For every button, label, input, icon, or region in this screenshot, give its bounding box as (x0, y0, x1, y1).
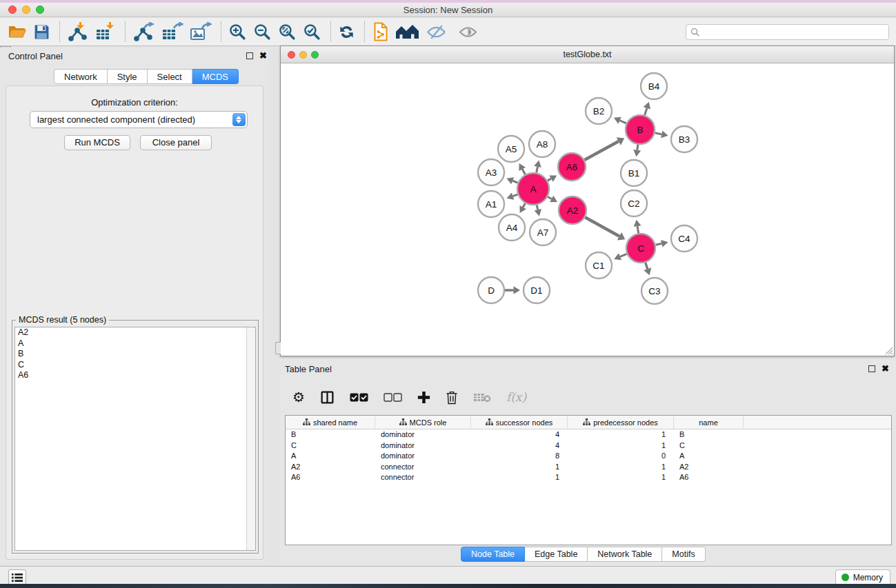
export-table-icon[interactable] (161, 20, 183, 43)
close-panel-button[interactable]: Close panel (140, 135, 212, 150)
network-edge-A-A3[interactable] (506, 177, 517, 184)
function-builder-icon[interactable]: f(x) (506, 390, 526, 404)
tab-edge-table[interactable]: Edge Table (525, 547, 588, 562)
mcds-result-item[interactable]: A2 (15, 327, 255, 338)
tab-network-table[interactable]: Network Table (588, 547, 662, 562)
network-node-C3[interactable]: C3 (641, 278, 668, 304)
show-columns-icon[interactable] (320, 390, 335, 405)
tab-style[interactable]: Style (108, 69, 148, 84)
network-edge-A-A7[interactable] (534, 205, 541, 216)
network-node-B3[interactable]: B3 (671, 126, 697, 152)
network-edge-A-A6[interactable] (548, 175, 557, 181)
network-node-A7[interactable]: A7 (530, 219, 556, 245)
table-row[interactable]: Cdominator41C (286, 440, 891, 452)
network-node-A1[interactable]: A1 (478, 191, 504, 217)
network-node-B4[interactable]: B4 (641, 73, 667, 99)
float-panel-icon[interactable] (868, 365, 875, 372)
tab-network[interactable]: Network (54, 69, 108, 84)
tab-select[interactable]: Select (148, 69, 192, 84)
column-header-successor-nodes[interactable]: successor nodes (471, 416, 568, 429)
network-node-A4[interactable]: A4 (499, 214, 525, 241)
column-header-MCDS-role[interactable]: MCDS role (375, 416, 471, 429)
run-mcds-button[interactable]: Run MCDS (64, 135, 130, 150)
network-edge-A-A8[interactable] (534, 161, 541, 173)
select-all-icon[interactable] (350, 393, 368, 402)
network-node-A[interactable]: A (517, 173, 549, 205)
import-table-icon[interactable] (94, 20, 116, 43)
table-row[interactable]: Adominator80A (286, 451, 891, 462)
tab-mcds[interactable]: MCDS (192, 69, 239, 84)
network-node-B1[interactable]: B1 (621, 160, 647, 186)
column-header-name[interactable]: name (674, 416, 744, 429)
mcds-result-item[interactable]: A (15, 338, 255, 349)
network-edge-B-B4[interactable] (644, 102, 650, 115)
network-edge-A-A2[interactable] (548, 196, 557, 203)
column-header-predecessor-nodes[interactable]: predecessor nodes (568, 416, 674, 429)
show-graphics-details-icon[interactable] (459, 20, 477, 43)
mcds-result-item[interactable]: B (15, 349, 255, 360)
network-edge-B-B2[interactable] (614, 117, 626, 124)
network-edge-C-C3[interactable] (644, 263, 651, 275)
home-icon[interactable] (395, 20, 419, 43)
network-edge-A-A5[interactable] (519, 163, 526, 174)
network-edge-B-B3[interactable] (655, 131, 668, 139)
tab-node-table[interactable]: Node Table (461, 547, 525, 562)
import-network-icon[interactable] (67, 20, 88, 43)
network-node-A3[interactable]: A3 (478, 159, 504, 185)
zoom-out-icon[interactable] (253, 20, 272, 43)
mcds-result-item[interactable]: A6 (15, 370, 255, 381)
network-edge-A-A4[interactable] (519, 203, 526, 213)
column-header-shared-name[interactable]: shared name (286, 416, 375, 429)
close-panel-icon[interactable]: ✖ (882, 365, 889, 372)
network-node-D1[interactable]: D1 (524, 277, 550, 303)
network-edge-C-C4[interactable] (655, 240, 668, 247)
export-network-icon[interactable] (132, 20, 155, 43)
mcds-result-item[interactable]: C (15, 360, 255, 371)
export-image-icon[interactable] (190, 20, 212, 43)
network-edge-C-C1[interactable] (614, 253, 626, 260)
task-history-button[interactable] (8, 569, 26, 585)
refresh-view-icon[interactable] (338, 20, 355, 43)
network-edge-D-D1[interactable] (505, 286, 520, 294)
close-panel-icon[interactable]: ✖ (259, 52, 267, 59)
network-edge-C-C2[interactable] (634, 220, 641, 234)
network-node-A2[interactable]: A2 (559, 196, 586, 224)
table-settings-icon[interactable]: ⚙ (292, 390, 305, 404)
save-session-icon[interactable] (33, 20, 50, 43)
zoom-selected-icon[interactable] (303, 20, 321, 43)
network-node-A8[interactable]: A8 (529, 131, 555, 157)
memory-button[interactable]: Memory (835, 569, 890, 585)
tab-motifs[interactable]: Motifs (662, 547, 705, 562)
table-row[interactable]: A6connector11A6 (286, 472, 891, 483)
network-edge-B-B1[interactable] (633, 145, 641, 156)
network-node-A6[interactable]: A6 (558, 153, 586, 181)
network-node-C[interactable]: C (626, 234, 655, 263)
float-panel-icon[interactable] (246, 52, 253, 59)
delete-table-icon[interactable] (473, 392, 491, 403)
add-column-icon[interactable] (417, 391, 430, 404)
network-node-A5[interactable]: A5 (498, 136, 524, 162)
network-edge-A-A1[interactable] (507, 193, 518, 200)
network-node-B[interactable]: B (626, 115, 655, 144)
network-node-C1[interactable]: C1 (586, 252, 612, 278)
network-node-B2[interactable]: B2 (586, 98, 612, 124)
network-window-titlebar[interactable]: testGlobe.txt (281, 46, 894, 63)
scrollbar-track[interactable] (246, 327, 255, 550)
table-row[interactable]: A2connector11A2 (286, 462, 891, 473)
zoom-in-icon[interactable] (228, 20, 247, 43)
zoom-fit-icon[interactable] (278, 20, 297, 43)
import-network-from-file-icon[interactable] (372, 20, 389, 43)
network-node-D[interactable]: D (478, 277, 504, 303)
delete-column-icon[interactable] (446, 390, 458, 405)
criterion-dropdown[interactable]: largest connected component (directed) (30, 111, 248, 128)
network-edge-A6-B[interactable] (584, 137, 624, 160)
splitter-handle[interactable] (275, 342, 281, 354)
network-edge-A2-C[interactable] (585, 217, 625, 240)
deselect-all-icon[interactable] (384, 393, 402, 402)
open-file-icon[interactable] (8, 20, 27, 43)
hide-graphics-details-icon[interactable] (426, 20, 447, 43)
network-node-C2[interactable]: C2 (621, 190, 647, 216)
resize-grip-icon[interactable] (884, 346, 893, 355)
search-input[interactable] (702, 26, 888, 39)
network-node-C4[interactable]: C4 (671, 225, 697, 252)
